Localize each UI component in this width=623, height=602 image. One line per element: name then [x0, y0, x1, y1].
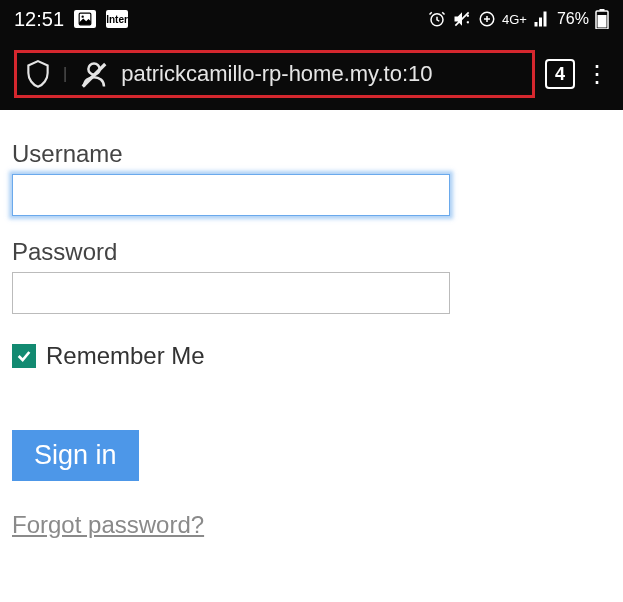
- status-bar: 12:51 Inter 4G+ 76%: [0, 0, 623, 38]
- password-input[interactable]: [12, 272, 450, 314]
- vibrate-mute-icon: [452, 9, 472, 29]
- app-badge-icon: Inter: [106, 10, 128, 28]
- url-text[interactable]: patrickcamillo-rp-home.my.to:10: [121, 61, 524, 87]
- check-icon: [16, 348, 32, 364]
- signin-button[interactable]: Sign in: [12, 430, 139, 481]
- battery-icon: [595, 9, 609, 29]
- username-label: Username: [12, 140, 611, 168]
- data-saver-icon: [478, 10, 496, 28]
- browser-bar: | patrickcamillo-rp-home.my.to:10 4 ⋮: [0, 38, 623, 110]
- forgot-password-link[interactable]: Forgot password?: [12, 511, 204, 539]
- gallery-icon: [74, 10, 96, 28]
- remember-checkbox[interactable]: [12, 344, 36, 368]
- battery-text: 76%: [557, 10, 589, 28]
- status-left: 12:51 Inter: [14, 8, 128, 31]
- address-separator: |: [63, 65, 67, 83]
- signal-icon: [533, 10, 551, 28]
- insecure-site-icon[interactable]: [79, 59, 109, 89]
- shield-icon[interactable]: [25, 59, 51, 89]
- svg-rect-7: [598, 15, 607, 28]
- password-label: Password: [12, 238, 611, 266]
- svg-rect-6: [600, 9, 605, 11]
- status-time: 12:51: [14, 8, 64, 31]
- remember-row[interactable]: Remember Me: [12, 342, 611, 370]
- browser-menu-button[interactable]: ⋮: [585, 60, 609, 88]
- alarm-icon: [428, 10, 446, 28]
- username-input[interactable]: [12, 174, 450, 216]
- svg-point-1: [82, 16, 84, 18]
- login-form: Username Password Remember Me Sign in Fo…: [0, 110, 623, 539]
- network-type-label: 4G+: [502, 12, 527, 27]
- tab-count-button[interactable]: 4: [545, 59, 575, 89]
- address-bar-highlight: | patrickcamillo-rp-home.my.to:10: [14, 50, 535, 98]
- status-right: 4G+ 76%: [428, 9, 609, 29]
- remember-label: Remember Me: [46, 342, 205, 370]
- svg-line-9: [83, 64, 106, 87]
